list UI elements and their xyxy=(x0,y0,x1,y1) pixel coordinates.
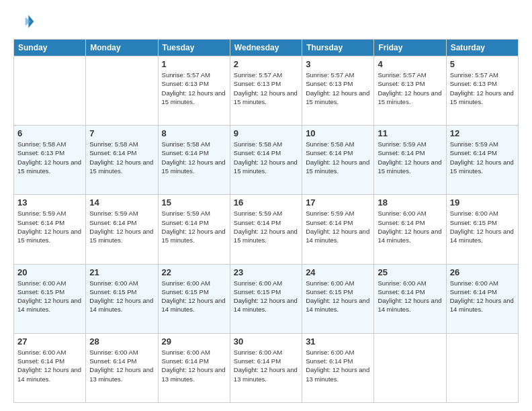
calendar-cell: 16Sunrise: 5:59 AM Sunset: 6:14 PM Dayli… xyxy=(230,195,302,264)
calendar-cell: 4Sunrise: 5:57 AM Sunset: 6:13 PM Daylig… xyxy=(374,56,446,126)
calendar-cell xyxy=(14,56,86,126)
cell-info: Sunrise: 5:59 AM Sunset: 6:14 PM Dayligh… xyxy=(162,209,226,244)
calendar-cell: 11Sunrise: 5:59 AM Sunset: 6:14 PM Dayli… xyxy=(374,126,446,195)
cell-info: Sunrise: 6:00 AM Sunset: 6:14 PM Dayligh… xyxy=(306,348,370,383)
calendar-cell: 28Sunrise: 6:00 AM Sunset: 6:14 PM Dayli… xyxy=(86,333,158,402)
cell-info: Sunrise: 5:58 AM Sunset: 6:14 PM Dayligh… xyxy=(89,140,154,175)
day-number: 26 xyxy=(450,267,515,277)
day-number: 8 xyxy=(162,128,226,138)
page: SundayMondayTuesdayWednesdayThursdayFrid… xyxy=(0,0,532,411)
calendar-cell: 14Sunrise: 5:59 AM Sunset: 6:14 PM Dayli… xyxy=(86,195,158,264)
cell-info: Sunrise: 6:00 AM Sunset: 6:14 PM Dayligh… xyxy=(450,279,515,314)
calendar-header-row: SundayMondayTuesdayWednesdayThursdayFrid… xyxy=(14,40,519,56)
calendar-cell: 29Sunrise: 6:00 AM Sunset: 6:14 PM Dayli… xyxy=(158,333,230,402)
day-number: 18 xyxy=(378,197,442,208)
day-number: 20 xyxy=(17,267,82,277)
cell-info: Sunrise: 6:00 AM Sunset: 6:14 PM Dayligh… xyxy=(378,209,442,244)
calendar-cell: 25Sunrise: 6:00 AM Sunset: 6:14 PM Dayli… xyxy=(374,264,446,333)
cell-info: Sunrise: 6:00 AM Sunset: 6:15 PM Dayligh… xyxy=(17,279,82,314)
logo-icon xyxy=(13,11,35,32)
cell-info: Sunrise: 6:00 AM Sunset: 6:15 PM Dayligh… xyxy=(306,279,370,314)
calendar-cell xyxy=(446,333,518,402)
calendar-cell: 22Sunrise: 6:00 AM Sunset: 6:15 PM Dayli… xyxy=(158,264,230,333)
day-number: 4 xyxy=(378,59,442,69)
cell-info: Sunrise: 5:59 AM Sunset: 6:14 PM Dayligh… xyxy=(89,209,154,244)
calendar-cell: 23Sunrise: 6:00 AM Sunset: 6:15 PM Dayli… xyxy=(230,264,302,333)
day-number: 16 xyxy=(234,197,298,208)
calendar-cell: 5Sunrise: 5:57 AM Sunset: 6:13 PM Daylig… xyxy=(446,56,518,126)
day-number: 31 xyxy=(306,336,370,347)
calendar-cell: 8Sunrise: 5:58 AM Sunset: 6:14 PM Daylig… xyxy=(158,126,230,195)
calendar-cell: 15Sunrise: 5:59 AM Sunset: 6:14 PM Dayli… xyxy=(158,195,230,264)
calendar-header-tuesday: Tuesday xyxy=(158,40,230,56)
calendar-week-4: 20Sunrise: 6:00 AM Sunset: 6:15 PM Dayli… xyxy=(14,264,519,333)
calendar-cell: 1Sunrise: 5:57 AM Sunset: 6:13 PM Daylig… xyxy=(158,56,230,126)
cell-info: Sunrise: 5:59 AM Sunset: 6:14 PM Dayligh… xyxy=(450,140,515,175)
day-number: 23 xyxy=(234,267,298,277)
calendar-cell: 24Sunrise: 6:00 AM Sunset: 6:15 PM Dayli… xyxy=(302,264,374,333)
calendar-header-thursday: Thursday xyxy=(302,40,374,56)
cell-info: Sunrise: 6:00 AM Sunset: 6:15 PM Dayligh… xyxy=(89,279,154,314)
calendar-cell: 9Sunrise: 5:58 AM Sunset: 6:14 PM Daylig… xyxy=(230,126,302,195)
calendar-cell xyxy=(86,56,158,126)
calendar-week-1: 1Sunrise: 5:57 AM Sunset: 6:13 PM Daylig… xyxy=(14,56,519,126)
cell-info: Sunrise: 5:58 AM Sunset: 6:14 PM Dayligh… xyxy=(306,140,370,175)
calendar-header-monday: Monday xyxy=(86,40,158,56)
cell-info: Sunrise: 6:00 AM Sunset: 6:15 PM Dayligh… xyxy=(162,279,226,314)
day-number: 14 xyxy=(89,197,154,208)
calendar-header-sunday: Sunday xyxy=(14,40,86,56)
day-number: 17 xyxy=(306,197,370,208)
cell-info: Sunrise: 6:00 AM Sunset: 6:15 PM Dayligh… xyxy=(234,279,298,314)
cell-info: Sunrise: 5:58 AM Sunset: 6:14 PM Dayligh… xyxy=(234,140,298,175)
calendar-week-2: 6Sunrise: 5:58 AM Sunset: 6:13 PM Daylig… xyxy=(14,126,519,195)
day-number: 2 xyxy=(234,59,298,69)
cell-info: Sunrise: 5:59 AM Sunset: 6:14 PM Dayligh… xyxy=(306,209,370,244)
day-number: 5 xyxy=(450,59,515,69)
day-number: 12 xyxy=(450,128,515,138)
cell-info: Sunrise: 5:59 AM Sunset: 6:14 PM Dayligh… xyxy=(378,140,442,175)
logo xyxy=(13,11,38,32)
calendar-cell: 17Sunrise: 5:59 AM Sunset: 6:14 PM Dayli… xyxy=(302,195,374,264)
day-number: 25 xyxy=(378,267,442,277)
cell-info: Sunrise: 5:57 AM Sunset: 6:13 PM Dayligh… xyxy=(378,71,442,106)
calendar-cell: 2Sunrise: 5:57 AM Sunset: 6:13 PM Daylig… xyxy=(230,56,302,126)
calendar-header-saturday: Saturday xyxy=(446,40,518,56)
cell-info: Sunrise: 5:58 AM Sunset: 6:14 PM Dayligh… xyxy=(162,140,226,175)
calendar-cell: 18Sunrise: 6:00 AM Sunset: 6:14 PM Dayli… xyxy=(374,195,446,264)
calendar-week-3: 13Sunrise: 5:59 AM Sunset: 6:14 PM Dayli… xyxy=(14,195,519,264)
day-number: 13 xyxy=(17,197,82,208)
calendar-cell: 3Sunrise: 5:57 AM Sunset: 6:13 PM Daylig… xyxy=(302,56,374,126)
cell-info: Sunrise: 5:57 AM Sunset: 6:13 PM Dayligh… xyxy=(162,71,226,106)
cell-info: Sunrise: 6:00 AM Sunset: 6:14 PM Dayligh… xyxy=(89,348,154,383)
day-number: 22 xyxy=(162,267,226,277)
day-number: 21 xyxy=(89,267,154,277)
cell-info: Sunrise: 5:59 AM Sunset: 6:14 PM Dayligh… xyxy=(17,209,82,244)
calendar-cell: 30Sunrise: 6:00 AM Sunset: 6:14 PM Dayli… xyxy=(230,333,302,402)
calendar-cell: 6Sunrise: 5:58 AM Sunset: 6:13 PM Daylig… xyxy=(14,126,86,195)
cell-info: Sunrise: 5:58 AM Sunset: 6:13 PM Dayligh… xyxy=(17,140,82,175)
calendar-week-5: 27Sunrise: 6:00 AM Sunset: 6:14 PM Dayli… xyxy=(14,333,519,402)
calendar-cell: 20Sunrise: 6:00 AM Sunset: 6:15 PM Dayli… xyxy=(14,264,86,333)
cell-info: Sunrise: 6:00 AM Sunset: 6:14 PM Dayligh… xyxy=(378,279,442,314)
calendar-header-wednesday: Wednesday xyxy=(230,40,302,56)
calendar-cell: 27Sunrise: 6:00 AM Sunset: 6:14 PM Dayli… xyxy=(14,333,86,402)
day-number: 6 xyxy=(17,128,82,138)
calendar-cell: 7Sunrise: 5:58 AM Sunset: 6:14 PM Daylig… xyxy=(86,126,158,195)
calendar-cell: 13Sunrise: 5:59 AM Sunset: 6:14 PM Dayli… xyxy=(14,195,86,264)
calendar-cell: 12Sunrise: 5:59 AM Sunset: 6:14 PM Dayli… xyxy=(446,126,518,195)
day-number: 3 xyxy=(306,59,370,69)
day-number: 24 xyxy=(306,267,370,277)
cell-info: Sunrise: 6:00 AM Sunset: 6:15 PM Dayligh… xyxy=(450,209,515,244)
calendar-cell: 21Sunrise: 6:00 AM Sunset: 6:15 PM Dayli… xyxy=(86,264,158,333)
day-number: 9 xyxy=(234,128,298,138)
cell-info: Sunrise: 5:57 AM Sunset: 6:13 PM Dayligh… xyxy=(234,71,298,106)
calendar-table: SundayMondayTuesdayWednesdayThursdayFrid… xyxy=(13,39,519,403)
day-number: 27 xyxy=(17,336,82,347)
calendar-cell xyxy=(374,333,446,402)
day-number: 7 xyxy=(89,128,154,138)
day-number: 28 xyxy=(89,336,154,347)
header xyxy=(13,11,519,32)
day-number: 1 xyxy=(162,59,226,69)
calendar-cell: 10Sunrise: 5:58 AM Sunset: 6:14 PM Dayli… xyxy=(302,126,374,195)
cell-info: Sunrise: 6:00 AM Sunset: 6:14 PM Dayligh… xyxy=(234,348,298,383)
